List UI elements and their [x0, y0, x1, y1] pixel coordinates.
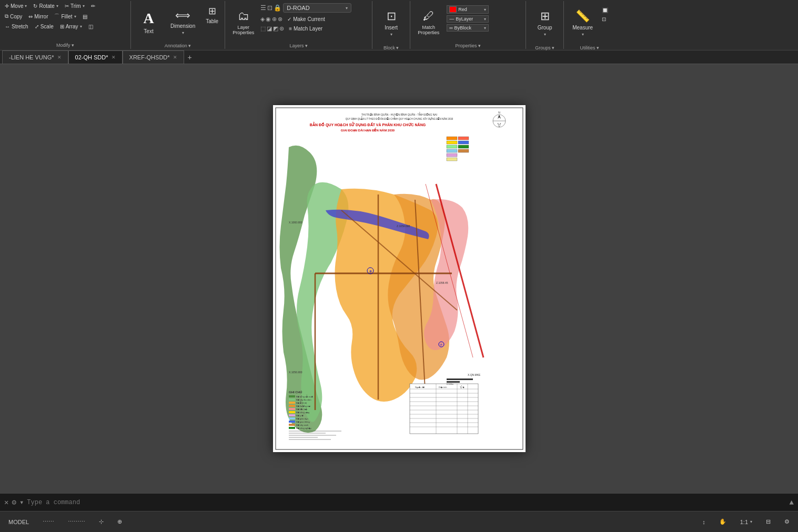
utilities-label[interactable]: Utilities ▾ [566, 44, 613, 50]
layers-label[interactable]: Layers ▾ [227, 42, 370, 48]
move-button[interactable]: ✛ Move ▾ [2, 2, 29, 10]
insert-button[interactable]: ⊡ Insert ▾ [377, 4, 406, 42]
grid-status[interactable]: ⋯⋯ [38, 517, 58, 526]
tab-02-qh-sdd[interactable]: 02-QH SDD* ✕ [68, 50, 123, 64]
close-tab-lien-he-vung[interactable]: ✕ [57, 55, 62, 60]
layer-icon6: ⊕ [272, 16, 277, 23]
layer-icon5: ◉ [266, 16, 271, 23]
mirror-icon: ⇔ [28, 14, 33, 19]
table-button[interactable]: ⊞ Table [203, 3, 221, 26]
scale-icon: ⤢ [35, 24, 39, 29]
svg-text:Đất giao thông: Đất giao thông [296, 421, 310, 423]
layer-properties-button[interactable]: 🗂 LayerProperties [228, 3, 258, 41]
make-current-button[interactable]: ✓ Make Current [285, 15, 328, 23]
svg-rect-34 [289, 395, 295, 397]
command-scroll-up-icon[interactable]: ▲ [790, 498, 794, 507]
svg-rect-17 [458, 137, 469, 140]
array-button[interactable]: ⊞ Array ▾ [57, 23, 85, 30]
svg-text:Đất y tế: Đất y tế [296, 414, 304, 417]
lineweight-dropdown[interactable]: ═ ByBlock ▾ [447, 24, 489, 32]
snap-status[interactable]: ⋯⋯⋯ [64, 517, 89, 526]
svg-text:Z.1058.45: Z.1058.45 [436, 281, 448, 284]
command-close-icon[interactable]: ✕ [4, 498, 8, 507]
extra2-button[interactable]: ◫ [86, 23, 96, 30]
mirror-button[interactable]: ⇔ Mirror [26, 13, 50, 21]
drawing-canvas[interactable]: THỊ TRẤN BÌNH QUÂN - HUYỆN BÌNH QUÂN - T… [273, 105, 526, 452]
copy-button[interactable]: ⧉ Copy [2, 12, 25, 21]
svg-rect-15 [447, 154, 457, 157]
pencil-icon: ✏ [91, 3, 95, 9]
tab-xref-qhsdd[interactable]: XREF-QHSDD* ✕ [123, 50, 184, 64]
properties-label[interactable]: Properties ▾ [412, 42, 523, 48]
pan-status[interactable]: ✋ [715, 517, 731, 526]
scale-button[interactable]: ⤢ Scale [32, 23, 56, 30]
svg-text:⊕: ⊕ [369, 270, 371, 273]
svg-rect-19 [458, 145, 469, 148]
utilities-group: 📏 Measure ▾ 🔲 ⊡ Utilities ▾ [564, 1, 615, 49]
utilities-extra2-button[interactable]: ⊡ [599, 15, 611, 23]
modify-label[interactable]: Modify ▾ [2, 42, 128, 48]
close-tab-02-qh-sdd[interactable]: ✕ [112, 55, 116, 60]
groups-group: ⊞ Group ▾ Groups ▾ [526, 1, 564, 49]
modify-group: ✛ Move ▾ ↻ Rotate ▾ ✂ Trim ▾ [0, 1, 131, 49]
dimension-button[interactable]: ⟺ Dimension ▾ [166, 3, 199, 41]
svg-text:X.1056.900: X.1056.900 [289, 371, 302, 374]
utilities-icon2: ⊡ [602, 16, 606, 22]
extra1-button[interactable]: ▤ [80, 13, 90, 21]
dimension-icon: ⟺ [175, 9, 190, 22]
match-properties-button[interactable]: 🖊 MatchProperties [413, 3, 443, 41]
annotation-scale-status[interactable]: 1:1 ▾ [736, 518, 756, 526]
main-canvas-area: THỊ TRẤN BÌNH QUÂN - HUYỆN BÌNH QUÂN - T… [0, 64, 798, 493]
rotate-button[interactable]: ↻ Rotate ▾ [31, 2, 60, 10]
svg-text:Z.1059.698: Z.1059.698 [397, 224, 410, 228]
layer-icon9: ◪ [267, 25, 272, 32]
model-status[interactable]: MODEL [4, 518, 33, 526]
svg-rect-61 [410, 384, 478, 434]
svg-text:Đất rừng sản xuất: Đất rừng sản xuất [296, 395, 314, 398]
svg-text:X.QN.MKE: X.QN.MKE [468, 373, 481, 376]
linetype-dropdown[interactable]: — ByLayer ▾ [447, 15, 489, 23]
snap-icon: ⋯⋯⋯ [68, 518, 85, 525]
extra1-icon: ▤ [83, 14, 87, 19]
groups-label[interactable]: Groups ▾ [528, 44, 561, 50]
svg-rect-38 [289, 408, 295, 410]
svg-text:Nguồn đất: Nguồn đất [415, 386, 425, 388]
zoom-status[interactable]: ↕ [698, 518, 710, 526]
fillet-button[interactable]: ⌒ Fillet ▾ [52, 12, 78, 21]
layer-icon2: ⊡ [267, 4, 272, 12]
color-swatch [449, 6, 457, 13]
match-layer-button[interactable]: ≡ Match Layer [286, 25, 325, 33]
layer-properties-icon: 🗂 [238, 9, 249, 23]
command-input[interactable] [27, 499, 786, 506]
svg-text:GHI CHÚ: GHI CHÚ [289, 391, 302, 394]
measure-button[interactable]: 📏 Measure ▾ [568, 4, 597, 42]
annotation-label[interactable]: Annotation ▾ [133, 42, 223, 48]
table-icon: ⊞ [208, 5, 216, 17]
grid-icon: ⋯⋯ [43, 518, 54, 525]
svg-rect-39 [289, 411, 295, 413]
block-label[interactable]: Block ▾ [375, 44, 408, 50]
draw-tool-button[interactable]: ✏ [88, 2, 98, 10]
text-button[interactable]: A Text [134, 3, 163, 41]
settings-status[interactable]: ⚙ [780, 517, 794, 526]
color-dropdown[interactable]: Red ▾ [447, 5, 489, 14]
close-tab-xref-qhsdd[interactable]: ✕ [173, 55, 177, 60]
stretch-button[interactable]: ↔ Stretch [2, 23, 31, 30]
group-button[interactable]: ⊞ Group ▾ [530, 4, 559, 42]
layer-dropdown[interactable]: D-ROAD ▾ [283, 3, 351, 13]
command-settings-icon[interactable]: ⚙ [12, 498, 16, 507]
polar-status[interactable]: ⊕ [113, 517, 126, 526]
layer-icon10: ◩ [273, 25, 278, 32]
ortho-status[interactable]: ⊹ [95, 517, 108, 526]
layer-icon3: 🔒 [274, 4, 281, 12]
add-tab-button[interactable]: + [184, 52, 196, 63]
tab-lien-he-vung[interactable]: -LIEN HE VUNG* ✕ [2, 50, 68, 64]
svg-text:Đất công nghiệp: Đất công nghiệp [296, 427, 311, 429]
command-arrow-icon[interactable]: ▾ [19, 498, 24, 507]
svg-text:Đất cây xanh: Đất cây xanh [296, 424, 308, 426]
svg-rect-43 [289, 424, 295, 426]
trim-button[interactable]: ✂ Trim ▾ [62, 2, 87, 10]
utilities-extra1-button[interactable]: 🔲 [599, 6, 611, 14]
workspace-status[interactable]: ⊟ [762, 517, 775, 526]
trim-icon: ✂ [65, 3, 69, 9]
